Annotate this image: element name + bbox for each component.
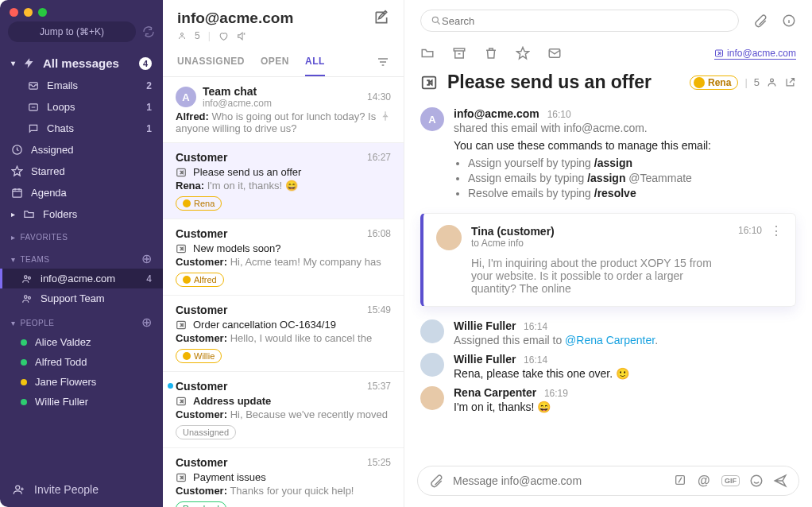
email-to: Acme info bbox=[481, 238, 524, 249]
emoji-icon[interactable] bbox=[749, 474, 764, 488]
sidebar-chats[interactable]: Chats 1 bbox=[0, 118, 163, 139]
thread-order-cancel[interactable]: Customer 15:49 Order cancellation OC-163… bbox=[163, 296, 404, 372]
sidebar-emails[interactable]: Emails 2 bbox=[0, 75, 163, 96]
sidebar-agenda[interactable]: Agenda bbox=[0, 182, 163, 203]
info-icon[interactable] bbox=[782, 14, 796, 28]
search-icon bbox=[431, 15, 442, 26]
person-alice[interactable]: Alice Valdez bbox=[0, 332, 163, 352]
invite-people-button[interactable]: Invite People bbox=[0, 472, 163, 507]
sidebar-assigned[interactable]: Assigned bbox=[0, 139, 163, 161]
sidebar-loops[interactable]: Loops 1 bbox=[0, 96, 163, 118]
jump-to-button[interactable]: Jump to (⌘+K) bbox=[8, 21, 136, 42]
msg-time: 16:14 bbox=[524, 354, 547, 366]
thread-address-update[interactable]: Customer 15:37 Address update Customer: … bbox=[163, 372, 404, 448]
close-window-button[interactable] bbox=[10, 8, 18, 17]
tab-unassigned[interactable]: UNASSIGNED bbox=[177, 56, 245, 76]
message-composer[interactable]: @ GIF bbox=[417, 466, 799, 496]
person-name: Willie Fuller bbox=[35, 396, 88, 408]
person-willie[interactable]: Willie Fuller bbox=[0, 392, 163, 412]
sidebar-item-label: Assigned bbox=[31, 144, 73, 156]
mention-icon[interactable]: @ bbox=[698, 474, 712, 488]
email-more-button[interactable]: ⋮ bbox=[770, 225, 783, 238]
team-icon bbox=[21, 292, 33, 304]
open-external-icon[interactable] bbox=[784, 76, 796, 88]
search-field[interactable] bbox=[420, 10, 739, 32]
search-input[interactable] bbox=[442, 15, 729, 27]
inbox-icon bbox=[27, 79, 39, 91]
sync-icon[interactable] bbox=[142, 25, 155, 38]
people-header[interactable]: ▾ PEOPLE ⊕ bbox=[0, 308, 163, 332]
heart-icon[interactable] bbox=[218, 31, 229, 41]
tab-open[interactable]: OPEN bbox=[261, 56, 289, 76]
favorites-header[interactable]: ▸ FAVORITES bbox=[0, 225, 163, 245]
star-icon bbox=[11, 165, 23, 177]
people-label: PEOPLE bbox=[21, 319, 55, 327]
sidebar-item-label: Agenda bbox=[31, 187, 67, 199]
compose-button[interactable] bbox=[373, 10, 389, 25]
assignee-chip[interactable]: Unassigned bbox=[176, 425, 236, 439]
sidebar-item-label: Folders bbox=[43, 208, 77, 220]
assignee-chip[interactable]: Alfred bbox=[176, 273, 224, 287]
maximize-window-button[interactable] bbox=[38, 8, 47, 17]
slash-command-icon[interactable] bbox=[674, 474, 688, 488]
sidebar-item-label: Loops bbox=[47, 101, 75, 113]
thread-time: 15:37 bbox=[367, 381, 391, 392]
sidebar-item-label: Emails bbox=[47, 79, 78, 91]
filter-icon[interactable] bbox=[377, 56, 389, 68]
archive-icon[interactable] bbox=[452, 46, 466, 60]
thread-team-chat[interactable]: A Team chat info@acme.com 14:30 Alfred: … bbox=[163, 77, 404, 143]
assignee-chip[interactable]: Rena bbox=[176, 196, 222, 211]
star-icon[interactable] bbox=[516, 46, 530, 60]
assignee-pill[interactable]: Rena bbox=[690, 75, 738, 90]
svg-rect-3 bbox=[13, 189, 21, 197]
composer-input[interactable] bbox=[453, 474, 664, 487]
msg-sender: Willie Fuller bbox=[454, 319, 516, 332]
avatar bbox=[420, 319, 444, 343]
thread-subject: Please send us an offer bbox=[193, 166, 301, 178]
folder-icon[interactable] bbox=[420, 46, 435, 60]
origin-mailbox-link[interactable]: info@acme.com bbox=[714, 48, 796, 60]
person-name: Alice Valdez bbox=[35, 336, 91, 348]
minimize-window-button[interactable] bbox=[24, 8, 33, 17]
message-list-panel: info@acme.com 5 | UNASSIGNED OPEN ALL bbox=[163, 0, 404, 507]
pin-icon[interactable] bbox=[380, 110, 391, 122]
mute-icon[interactable] bbox=[237, 31, 247, 41]
participants-icon[interactable] bbox=[766, 76, 778, 88]
sidebar-folders[interactable]: ▸ Folders bbox=[0, 203, 163, 225]
chat-message: Rena Carpenter 16:19 I'm on it, thanks! … bbox=[420, 386, 796, 413]
mention[interactable]: @Rena Carpenter bbox=[565, 334, 655, 346]
team-avatar: A bbox=[176, 87, 196, 107]
preview-text: I'm on it, thanks! 😄 bbox=[207, 180, 298, 192]
trash-icon[interactable] bbox=[484, 46, 498, 60]
sidebar-starred[interactable]: Starred bbox=[0, 161, 163, 182]
status-chip[interactable]: Resolved bbox=[176, 501, 226, 507]
calendar-icon bbox=[11, 187, 23, 199]
person-jane[interactable]: Jane Flowers bbox=[0, 372, 163, 392]
mark-unread-icon[interactable] bbox=[547, 46, 562, 60]
thread-email: info@acme.com bbox=[203, 98, 272, 109]
email-card[interactable]: Tina (customer) to Acme info Hi, I'm inq… bbox=[420, 213, 796, 307]
chat-message: Willie Fuller 16:14 Rena, please take th… bbox=[420, 353, 796, 380]
team-support[interactable]: Support Team bbox=[0, 288, 163, 308]
thread-payment-issues[interactable]: Customer 15:25 Payment issues Customer: … bbox=[163, 448, 404, 507]
person-alfred[interactable]: Alfred Todd bbox=[0, 352, 163, 372]
attachment-icon[interactable] bbox=[753, 14, 768, 28]
add-team-button[interactable]: ⊕ bbox=[141, 253, 153, 265]
assignee-chip[interactable]: Willie bbox=[176, 349, 222, 363]
thread-offer[interactable]: Customer 16:27 Please send us an offer R… bbox=[163, 143, 404, 219]
all-messages-row[interactable]: ▾ All messages 4 bbox=[0, 48, 163, 75]
team-info-acme[interactable]: info@acme.com 4 bbox=[0, 269, 163, 288]
send-button[interactable] bbox=[773, 474, 787, 488]
chat-icon bbox=[27, 122, 39, 134]
svg-rect-17 bbox=[454, 48, 465, 51]
gif-icon[interactable]: GIF bbox=[721, 475, 740, 486]
thread-time: 14:30 bbox=[367, 91, 391, 103]
tab-all[interactable]: ALL bbox=[305, 56, 325, 76]
person-name: Jane Flowers bbox=[35, 376, 96, 388]
thread-new-models[interactable]: Customer 16:08 New models soon? Customer… bbox=[163, 219, 404, 296]
svg-point-9 bbox=[181, 33, 184, 36]
thread-sender: Customer bbox=[176, 151, 227, 164]
add-person-button[interactable]: ⊕ bbox=[141, 316, 153, 329]
teams-header[interactable]: ▾ TEAMS ⊕ bbox=[0, 245, 163, 269]
attach-icon[interactable] bbox=[429, 474, 443, 488]
